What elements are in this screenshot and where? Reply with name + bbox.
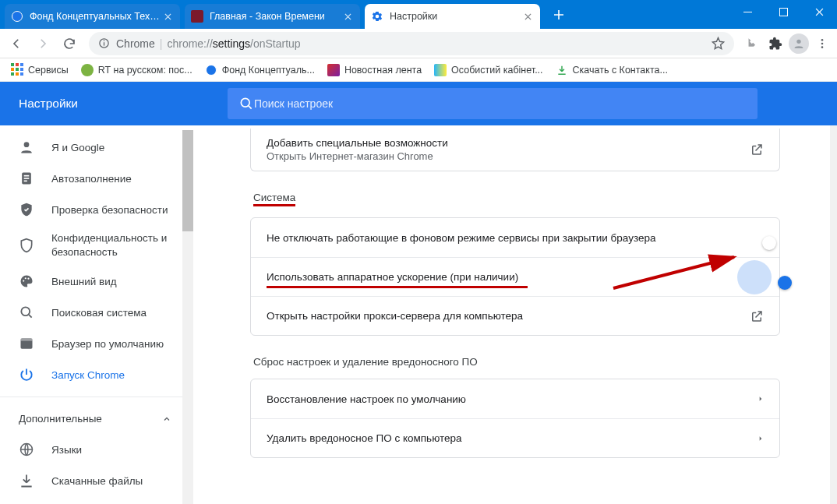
settings-row-hardware-accel[interactable]: Использовать аппаратное ускорение (при н…: [251, 257, 779, 296]
row-label: Открыть настройки прокси-сервера для ком…: [267, 310, 523, 322]
sidebar-item-label: Браузер по умолчанию: [51, 338, 164, 350]
sidebar-item-appearance[interactable]: Внешний вид: [0, 266, 178, 297]
sidebar-item-you-and-google[interactable]: Я и Google: [0, 132, 178, 163]
download-icon: [556, 64, 568, 76]
settings-row-restore-defaults[interactable]: Восстановление настроек по умолчанию: [251, 379, 779, 418]
bookmark-favicon: [327, 64, 340, 76]
annotation-underline: [267, 286, 528, 288]
settings-search[interactable]: [228, 88, 758, 119]
browser-tab[interactable]: Фонд Концептуальных Техноло: [5, 4, 180, 29]
bookmark-label: Новостная лента: [344, 65, 422, 76]
accessibility-card: Добавить специальные возможности Открыть…: [250, 129, 780, 171]
person-icon: [19, 139, 34, 155]
sidebar-item-search-engine[interactable]: Поисковая система: [0, 297, 178, 328]
bookmark-item[interactable]: Особистий кабінет...: [429, 60, 547, 80]
svg-rect-20: [21, 338, 33, 340]
sidebar-item-privacy[interactable]: Конфиденциальность и безопасность: [0, 225, 178, 266]
power-icon: [19, 367, 34, 382]
kebab-menu-icon[interactable]: [812, 33, 832, 54]
bookmark-label: Фонд Концептуаль...: [222, 65, 315, 76]
sidebar-item-autofill[interactable]: Автозаполнение: [0, 163, 178, 194]
language-icon: [19, 442, 34, 457]
site-info-icon[interactable]: [98, 37, 110, 49]
browser-icon: [19, 336, 34, 351]
chevron-right-icon: [758, 434, 764, 443]
browser-tab-active[interactable]: Настройки: [365, 4, 540, 29]
svg-point-8: [821, 46, 824, 48]
sidebar-item-label: Языки: [51, 444, 82, 456]
close-icon[interactable]: [521, 10, 534, 23]
svg-point-18: [21, 307, 30, 315]
bookmark-item[interactable]: Новостная лента: [323, 60, 426, 80]
svg-rect-14: [24, 181, 27, 182]
url-text: /onStartup: [250, 37, 301, 50]
sidebar-item-on-startup[interactable]: Запуск Chrome: [0, 359, 178, 390]
browser-tab[interactable]: Главная - Закон Времени: [185, 4, 360, 29]
new-tab-button[interactable]: [548, 4, 570, 26]
palette-icon: [19, 273, 34, 289]
address-bar[interactable]: Chrome | chrome://settings/onStartup: [89, 32, 734, 55]
sidebar-item-label: Внешний вид: [51, 276, 117, 287]
close-icon[interactable]: [341, 10, 354, 23]
settings-content: Добавить специальные возможности Открыть…: [193, 82, 837, 504]
extensions-puzzle-icon[interactable]: [765, 33, 786, 54]
tab-title: Фонд Концептуальных Техноло: [30, 11, 161, 22]
launch-icon: [750, 309, 764, 323]
app-title: Настройки: [0, 82, 193, 125]
security-icon: [19, 238, 34, 253]
sidebar-item-label: Запуск Chrome: [51, 369, 125, 381]
apps-shortcut[interactable]: Сервисы: [6, 60, 73, 80]
row-subtitle: Открыть Интернет-магазин Chrome: [267, 150, 448, 162]
chevron-up-icon: [162, 414, 171, 424]
bookmark-label: Сервисы: [28, 65, 69, 76]
svg-point-7: [821, 42, 824, 44]
profile-avatar[interactable]: [789, 33, 809, 54]
scrollbar-thumb[interactable]: [182, 130, 193, 231]
settings-row-accessibility-store[interactable]: Добавить специальные возможности Открыть…: [251, 129, 779, 171]
minimize-button[interactable]: [729, 0, 765, 23]
sidebar-item-default-browser[interactable]: Браузер по умолчанию: [0, 328, 178, 359]
apps-grid-icon: [11, 64, 23, 76]
sidebar-scrollbar[interactable]: [182, 130, 193, 504]
settings-row-proxy[interactable]: Открыть настройки прокси-сервера для ком…: [251, 296, 779, 335]
search-icon: [238, 96, 254, 111]
settings-search-input[interactable]: [254, 97, 747, 110]
tab-title: Настройки: [390, 11, 521, 22]
sidebar-item-languages[interactable]: Языки: [0, 434, 178, 465]
bookmark-item[interactable]: Скачать с Контакта...: [551, 60, 673, 80]
forward-button[interactable]: [31, 32, 55, 55]
close-window-button[interactable]: [801, 0, 837, 23]
sidebar-advanced-label: Дополнительные: [19, 413, 102, 425]
sidebar-advanced-toggle[interactable]: Дополнительные: [0, 397, 193, 434]
bookmark-item[interactable]: Фонд Концептуаль...: [200, 60, 320, 80]
row-label: Не отключать работающие в фоновом режиме…: [267, 232, 655, 244]
sidebar-item-downloads[interactable]: Скачанные файлы: [0, 465, 178, 496]
gear-icon: [371, 10, 383, 23]
settings-sidebar: Я и Google Автозаполнение Проверка безоп…: [0, 82, 193, 504]
reload-button[interactable]: [58, 32, 81, 55]
browser-toolbar: Chrome | chrome://settings/onStartup: [0, 29, 837, 58]
download-icon: [19, 473, 34, 488]
settings-app: Настройки Я и Google Автозаполнение Пров…: [0, 82, 837, 504]
settings-row-background-apps[interactable]: Не отключать работающие в фоновом режиме…: [251, 218, 779, 257]
sidebar-item-safety-check[interactable]: Проверка безопасности: [0, 194, 178, 225]
settings-row-cleanup[interactable]: Удалить вредоносное ПО с компьютера: [251, 418, 779, 457]
close-icon[interactable]: [161, 10, 174, 23]
row-label: Восстановление настроек по умолчанию: [267, 393, 466, 405]
svg-point-15: [23, 280, 24, 282]
bookmark-star-icon[interactable]: [712, 37, 725, 50]
extension-icon[interactable]: [742, 33, 762, 54]
bookmark-label: Особистий кабінет...: [451, 65, 542, 76]
svg-rect-3: [104, 42, 104, 45]
row-label: Удалить вредоносное ПО с компьютера: [267, 432, 462, 444]
bookmark-item[interactable]: RT на русском: пос...: [76, 60, 197, 80]
verified-icon: [19, 202, 34, 217]
maximize-button[interactable]: [765, 0, 801, 23]
chevron-right-icon: [758, 394, 764, 404]
url-chrome-label: Chrome: [116, 37, 155, 50]
svg-point-16: [25, 277, 26, 279]
back-button[interactable]: [5, 32, 28, 55]
content-scrollbar[interactable]: [830, 82, 837, 504]
bookmark-label: RT на русском: пос...: [98, 65, 192, 76]
svg-rect-4: [104, 41, 104, 41]
